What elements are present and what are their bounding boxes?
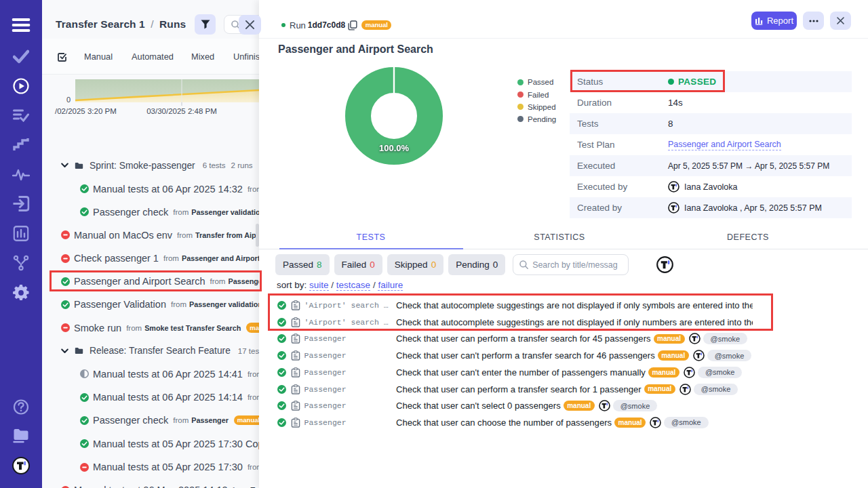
svg-text:100.0%: 100.0%: [379, 143, 410, 153]
svg-text:03/30/2025 2:48 PM: 03/30/2025 2:48 PM: [146, 107, 217, 115]
svg-text:0: 0: [66, 96, 71, 104]
svg-text:/02/2025 3:20 PM: /02/2025 3:20 PM: [55, 107, 117, 115]
